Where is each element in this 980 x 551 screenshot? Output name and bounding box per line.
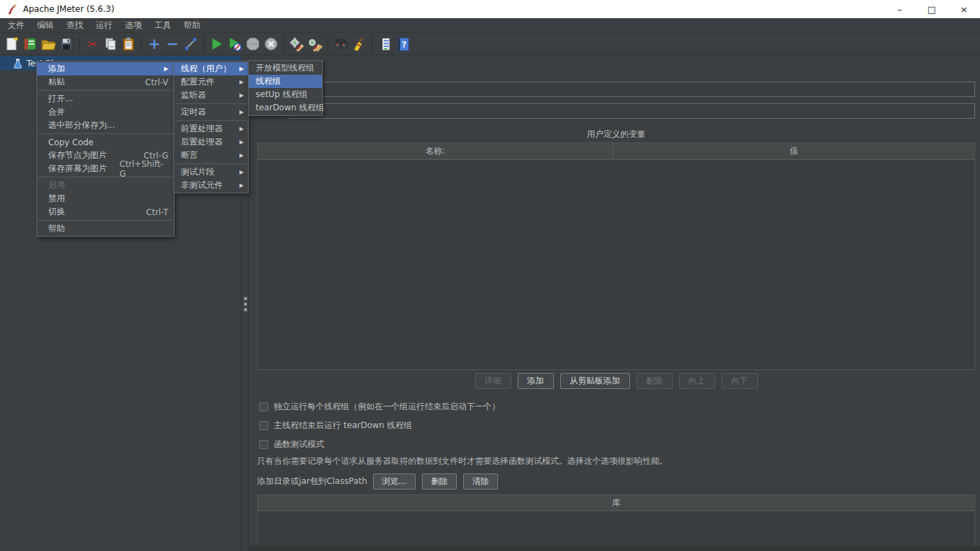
menu-item-add[interactable]: 添加 ▶ [37,62,174,75]
menu-item-setup-thread-group[interactable]: setUp 线程组 [249,88,322,101]
menu-item-copy-code[interactable]: Copy Code [37,135,174,149]
menu-item-assertion[interactable]: 断言 ▶ [174,149,248,162]
clear-all-icon[interactable] [306,35,324,53]
toggle-icon[interactable] [182,35,200,53]
menu-item-disable[interactable]: 禁用 [37,192,174,205]
classpath-delete-button[interactable]: 删除 [422,473,457,490]
menu-separator [175,163,247,164]
copy-icon[interactable] [101,35,119,53]
menu-item-timer[interactable]: 定时器 ▶ [174,105,248,119]
up-button[interactable]: 向上 [679,373,715,389]
browse-button[interactable]: 浏览... [373,473,416,490]
menu-item-save-screen-as-image[interactable]: 保存屏幕为图片 Ctrl+Shift-G [37,162,174,175]
run-groups-consecutively-row: 独立运行每个线程组（例如在一个组运行结束后启动下一个） [259,401,500,412]
run-groups-consecutively-label: 独立运行每个线程组（例如在一个组运行结束后启动下一个） [274,401,500,413]
minimize-button[interactable]: – [884,0,916,18]
udv-col-value[interactable]: 值 [613,143,974,159]
menu-item-test-fragment[interactable]: 测试片段 ▶ [174,166,248,179]
library-col-header[interactable]: 库 [258,495,974,511]
add-button[interactable]: 添加 [518,373,554,389]
splitter-grip[interactable] [244,297,247,311]
shutdown-icon[interactable] [262,35,280,53]
svg-text:?: ? [402,40,407,50]
submenu-arrow-icon: ▶ [234,66,244,72]
paste-icon[interactable] [119,35,138,53]
jmeter-window: { "window": { "title": "Apache JMeter (5… [0,0,980,551]
open-icon[interactable] [39,35,57,53]
menu-item-threads-users[interactable]: 线程（用户） ▶ [174,62,248,75]
menu-item-paste[interactable]: 粘贴 Ctrl-V [37,75,174,89]
functional-mode-note: 只有当你需要记录每个请求从服务器取得的数据到文件时才需要选择函数测试模式。选择这… [257,455,668,467]
collapse-all-icon[interactable]: − [163,35,182,53]
menu-options[interactable]: 选项 [119,18,148,33]
functional-mode-row: 函数测试模式 [259,439,324,450]
menu-item-save-selection-as[interactable]: 选中部分保存为... [37,119,174,132]
maximize-button[interactable]: □ [916,0,948,18]
run-groups-consecutively-checkbox[interactable] [259,402,268,411]
menu-item-config-element[interactable]: 配置元件 ▶ [174,75,248,89]
add-submenu: 线程（用户） ▶ 配置元件 ▶ 监听器 ▶ 定时器 ▶ 前置处理器 ▶ 后置处理… [173,61,249,193]
menu-item-listener[interactable]: 监听器 ▶ [174,89,248,102]
name-input[interactable] [288,82,975,97]
submenu-arrow-icon: ▶ [234,139,244,145]
test-plan-flask-icon [13,58,23,69]
menu-item-merge[interactable]: 合并 [37,105,174,119]
submenu-arrow-icon: ▶ [234,126,244,132]
delete-button[interactable]: 删除 [636,373,673,389]
submenu-arrow-icon: ▶ [234,169,244,175]
cut-icon[interactable]: ✂ [83,35,101,53]
menu-item-toggle[interactable]: 切换 Ctrl-T [37,205,174,219]
menu-edit[interactable]: 编辑 [31,18,60,33]
library-table[interactable]: 库 [257,494,975,551]
menu-item-non-test-elements[interactable]: 非测试元件 ▶ [174,179,248,192]
toolbar-separator [141,36,142,52]
help-icon[interactable]: ? [394,35,412,53]
reset-search-icon[interactable] [350,35,368,53]
menu-item-enable[interactable]: 启用 [37,179,174,192]
toolbar-separator [284,36,284,52]
udv-col-name[interactable]: 名称: [258,143,613,159]
threads-submenu: 开放模型线程组 线程组 setUp 线程组 tearDown 线程组 [248,60,323,116]
close-button[interactable]: × [948,0,980,18]
start-icon[interactable] [207,35,226,53]
toolbar-separator [372,36,372,52]
add-from-clipboard-button[interactable]: 从剪贴板添加 [560,373,630,389]
clear-icon[interactable] [288,35,306,53]
detail-button[interactable]: 详细 [475,373,511,389]
comments-input[interactable] [288,103,975,119]
udv-title: 用户定义的变量 [257,128,975,140]
classpath-clear-button[interactable]: 清除 [463,473,498,490]
run-teardown-checkbox[interactable] [259,421,268,430]
menu-item-preprocessor[interactable]: 前置处理器 ▶ [174,122,248,135]
menu-item-open[interactable]: 打开... [37,92,174,105]
menu-item-teardown-thread-group[interactable]: tearDown 线程组 [249,101,322,115]
udv-table[interactable]: 名称: 值 [257,142,975,370]
run-teardown-row: 主线程结束后运行 tearDown 线程组 [259,420,412,431]
start-no-timers-icon[interactable] [226,35,244,53]
udv-table-header: 名称: 值 [258,143,974,160]
menu-run[interactable]: 运行 [89,18,119,33]
new-file-icon[interactable] [3,35,21,53]
menu-item-help[interactable]: 帮助 [37,222,174,235]
menu-search[interactable]: 查找 [60,18,89,33]
menu-help[interactable]: 帮助 [177,18,207,33]
menu-file[interactable]: 文件 [1,18,31,33]
menu-item-thread-group[interactable]: 线程组 [249,75,322,88]
expand-all-icon[interactable]: + [145,35,163,53]
menu-separator [38,220,173,221]
classpath-label: 添加目录或jar包到ClassPath [257,476,367,487]
templates-icon[interactable] [21,35,39,53]
menu-tools[interactable]: 工具 [148,18,177,33]
functional-mode-checkbox[interactable] [259,440,268,449]
run-teardown-label: 主线程结束后运行 tearDown 线程组 [274,420,412,432]
stop-icon[interactable]: STOP [244,35,262,53]
function-helper-icon[interactable] [376,35,394,53]
toolbar-separator [203,36,204,52]
save-icon[interactable] [57,35,75,53]
submenu-arrow-icon: ▶ [234,109,244,115]
menu-item-postprocessor[interactable]: 后置处理器 ▶ [174,135,248,149]
menu-item-open-model-thread-group[interactable]: 开放模型线程组 [249,61,322,75]
search-icon[interactable] [332,35,350,53]
down-button[interactable]: 向下 [722,373,758,389]
window-bottom-edge [249,546,980,551]
